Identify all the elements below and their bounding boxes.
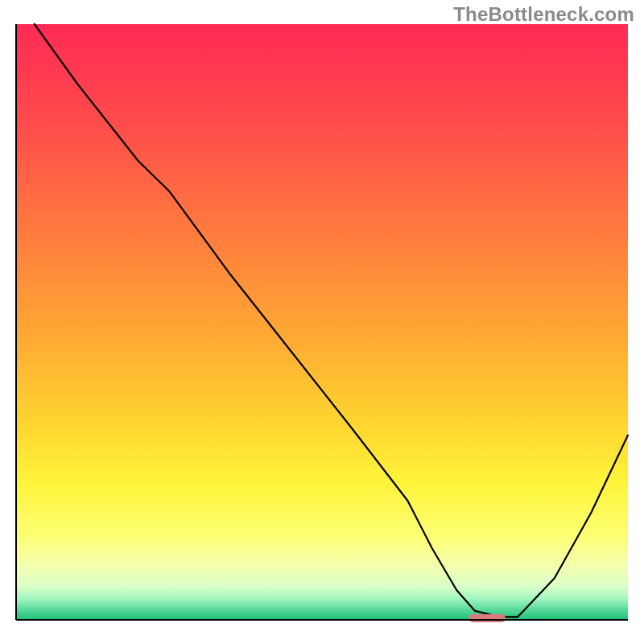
plot-background [16,24,628,620]
bottleneck-plot [0,0,644,644]
optimal-marker [469,614,506,622]
chart-container: TheBottleneck.com [0,0,644,644]
